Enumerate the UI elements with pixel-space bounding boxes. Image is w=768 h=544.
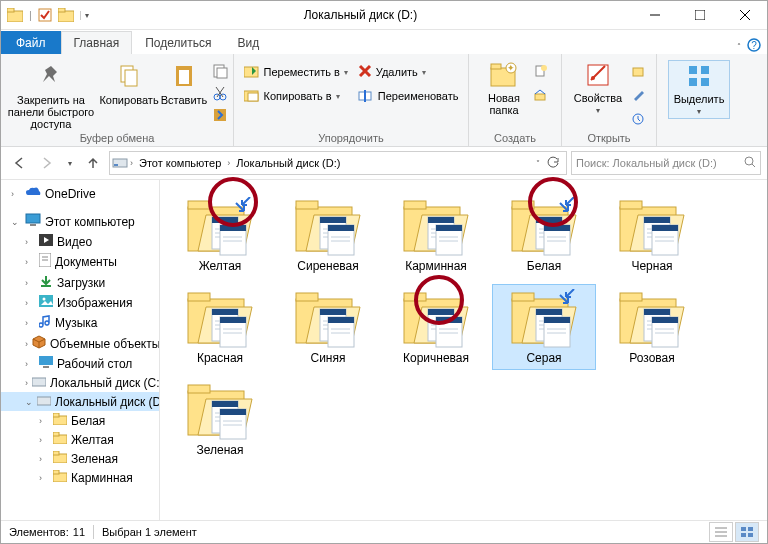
tab-home[interactable]: Главная: [61, 31, 133, 54]
folder-icon: [184, 197, 256, 257]
folder-icon: [400, 289, 472, 349]
nav-recent-dropdown[interactable]: ▾: [63, 151, 77, 175]
folder-item[interactable]: Белая: [492, 192, 596, 278]
qat-checkbox-icon[interactable]: [38, 8, 52, 22]
nav-desktop[interactable]: ›Рабочий стол: [1, 354, 159, 373]
qat-folder-icon[interactable]: [58, 8, 74, 22]
content-pane[interactable]: Желтая Сиреневая Карминная: [160, 180, 767, 520]
svg-rect-177: [652, 317, 678, 323]
nav-video[interactable]: ›Видео: [1, 232, 159, 251]
paste-shortcut-icon[interactable]: [211, 106, 229, 124]
maximize-button[interactable]: [677, 1, 722, 29]
svg-rect-122: [652, 225, 678, 231]
tab-view[interactable]: Вид: [224, 31, 272, 54]
tab-share[interactable]: Поделиться: [132, 31, 224, 54]
svg-rect-111: [544, 225, 570, 231]
window-title: Локальный диск (D:): [89, 8, 632, 22]
folder-icon: [292, 289, 364, 349]
folder-item[interactable]: Зеленая: [168, 376, 272, 462]
folder-item[interactable]: Красная: [168, 284, 272, 370]
folder-item[interactable]: Синяя: [276, 284, 380, 370]
svg-rect-43: [701, 78, 709, 86]
cut-icon[interactable]: [211, 84, 229, 102]
edit-icon[interactable]: [629, 86, 647, 104]
svg-rect-139: [320, 309, 346, 315]
folder-item[interactable]: Серая: [492, 284, 596, 370]
ribbon-collapse-icon[interactable]: ˄: [737, 42, 741, 51]
nav-sub-zelenaya[interactable]: ›Зеленая: [1, 449, 159, 468]
nav-onedrive[interactable]: ›OneDrive: [1, 184, 159, 203]
folder-item[interactable]: Желтая: [168, 192, 272, 278]
copy-button[interactable]: Копировать: [101, 60, 157, 106]
svg-rect-38: [633, 68, 643, 76]
nav-sub-karminnaya[interactable]: ›Карминная: [1, 468, 159, 487]
tab-file[interactable]: Файл: [1, 31, 61, 54]
organize-group-label: Упорядочить: [318, 130, 383, 146]
crumb-disk[interactable]: Локальный диск (D:): [232, 157, 344, 169]
svg-rect-12: [125, 70, 137, 86]
nav-forward-button[interactable]: [35, 151, 59, 175]
nav-3d[interactable]: ›Объемные объекты: [1, 333, 159, 354]
minimize-button[interactable]: [632, 1, 677, 29]
nav-pictures[interactable]: ›Изображения: [1, 293, 159, 312]
rename-button[interactable]: Переименовать: [358, 88, 459, 104]
view-details-button[interactable]: [709, 522, 733, 542]
copy-to-button[interactable]: Копировать в▾: [244, 88, 348, 104]
copyto-icon: [244, 88, 260, 104]
folder-icon: [184, 289, 256, 349]
nav-disk-c[interactable]: ›Локальный диск (C:): [1, 373, 159, 392]
close-button[interactable]: [722, 1, 767, 29]
svg-rect-24: [248, 93, 258, 101]
help-icon[interactable]: ?: [747, 38, 761, 54]
new-item-icon[interactable]: [531, 62, 549, 80]
select-icon: [686, 63, 712, 91]
nav-music[interactable]: ›Музыка: [1, 312, 159, 333]
move-to-button[interactable]: Переместить в▾: [244, 64, 348, 80]
qat-dropdown-icon[interactable]: ▾: [80, 11, 89, 20]
chevron-icon[interactable]: ›: [227, 158, 230, 168]
folder-item[interactable]: Коричневая: [384, 284, 488, 370]
folder-item[interactable]: Черная: [600, 192, 704, 278]
pin-button[interactable]: Закрепить на панели быстрого доступа: [5, 60, 97, 130]
search-box[interactable]: Поиск: Локальный диск (D:): [571, 151, 761, 175]
chevron-icon[interactable]: ›: [130, 158, 133, 168]
nav-documents[interactable]: ›Документы: [1, 251, 159, 272]
status-count-label: Элементов:: [9, 526, 69, 538]
open-icon[interactable]: [629, 62, 647, 80]
nav-back-button[interactable]: [7, 151, 31, 175]
svg-text:?: ?: [751, 40, 757, 51]
refresh-icon[interactable]: [542, 155, 564, 171]
paste-button[interactable]: Вставить: [161, 60, 207, 106]
svg-rect-197: [748, 533, 753, 537]
nav-disk-d[interactable]: ⌄Локальный диск (D:): [1, 392, 159, 411]
folder-label: Синяя: [311, 351, 346, 365]
delete-button[interactable]: Удалить▾: [358, 64, 459, 80]
history-icon[interactable]: [629, 110, 647, 128]
address-bar[interactable]: › Этот компьютер › Локальный диск (D:) ˅: [109, 151, 567, 175]
svg-rect-21: [214, 109, 226, 121]
svg-rect-128: [212, 309, 238, 315]
folder-item[interactable]: Сиреневая: [276, 192, 380, 278]
nav-downloads[interactable]: ›Загрузки: [1, 272, 159, 293]
address-dropdown-icon[interactable]: ˅: [536, 159, 540, 168]
new-folder-button[interactable]: ✦ Новая папка: [481, 60, 527, 116]
svg-rect-42: [689, 78, 697, 86]
folder-icon: [400, 197, 472, 257]
view-icons-button[interactable]: [735, 522, 759, 542]
select-button[interactable]: Выделить ▾: [668, 60, 730, 119]
easy-access-icon[interactable]: [531, 86, 549, 104]
folder-item[interactable]: Розовая: [600, 284, 704, 370]
nav-thispc[interactable]: ⌄Этот компьютер: [1, 211, 159, 232]
ribbon: Закрепить на панели быстрого доступа Коп…: [1, 54, 767, 147]
folder-icon: [508, 197, 580, 257]
nav-up-button[interactable]: [81, 151, 105, 175]
nav-sub-belaya[interactable]: ›Белая: [1, 411, 159, 430]
crumb-thispc[interactable]: Этот компьютер: [135, 157, 225, 169]
copy-path-icon[interactable]: [211, 62, 229, 80]
doc-icon: [39, 253, 51, 270]
folder-icon: [616, 197, 688, 257]
properties-button[interactable]: Свойства ▾: [571, 60, 625, 115]
nav-sub-zheltaya[interactable]: ›Желтая: [1, 430, 159, 449]
folder-item[interactable]: Карминная: [384, 192, 488, 278]
svg-rect-117: [644, 217, 670, 223]
